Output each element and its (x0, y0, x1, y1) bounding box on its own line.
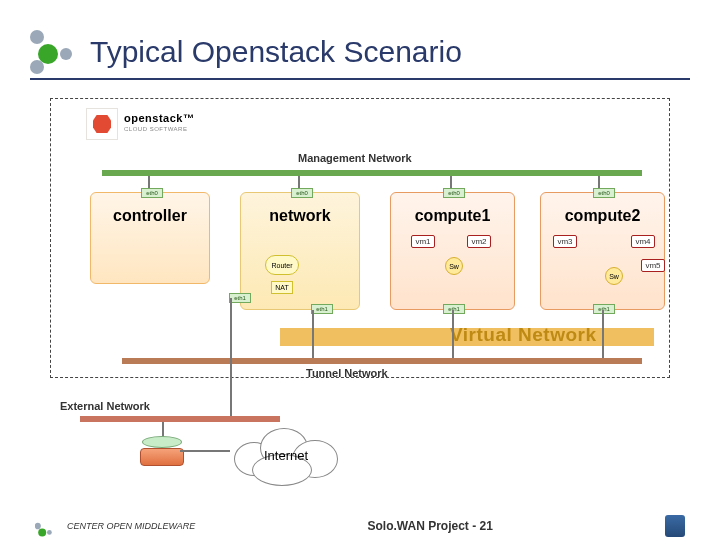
vm4: vm4 (631, 235, 655, 248)
eth0-port: eth0 (291, 188, 313, 198)
vm2: vm2 (467, 235, 491, 248)
molecule-icon (30, 30, 80, 74)
footer-left-text: CENTER OPEN MIDDLEWARE (67, 521, 195, 531)
diagram: openstack™ CLOUD SOFTWARE Management Net… (50, 90, 670, 500)
external-network-label: External Network (60, 400, 150, 412)
management-network-bar (102, 170, 642, 176)
title-bar: Typical Openstack Scenario (30, 30, 690, 80)
eth0-port: eth0 (593, 188, 615, 198)
vm3: vm3 (553, 235, 577, 248)
management-network-label: Management Network (298, 152, 412, 164)
internet-label: Internet (226, 448, 346, 463)
nat-box: NAT (271, 281, 293, 294)
eth1-port: eth1 (311, 304, 333, 314)
upm-badge-icon (665, 515, 685, 537)
virtual-network-label: Virtual Network (450, 324, 597, 346)
openstack-tagline: CLOUD SOFTWARE (124, 124, 194, 135)
eth0-port: eth0 (141, 188, 163, 198)
network-title: network (241, 207, 359, 225)
eth1-port: eth1 (229, 293, 251, 303)
vm1: vm1 (411, 235, 435, 248)
openstack-logo: openstack™ CLOUD SOFTWARE (86, 108, 194, 140)
controller-title: controller (91, 207, 209, 225)
tunnel-network-bar (122, 358, 642, 364)
node-compute2: eth0 compute2 vm3 vm4 vm5 Sw eth1 (540, 192, 665, 310)
footer: CENTER OPEN MIDDLEWARE Solo.WAN Project … (0, 515, 720, 537)
compute1-title: compute1 (391, 207, 514, 225)
virtual-switch: Sw (605, 267, 623, 285)
node-compute1: eth0 compute1 vm1 vm2 Sw eth1 (390, 192, 515, 310)
tunnel-network-label: Tunnel Network (306, 367, 388, 379)
eth0-port: eth0 (443, 188, 465, 198)
openstack-icon (86, 108, 118, 140)
eth1-port: eth1 (443, 304, 465, 314)
molecule-icon (35, 523, 41, 529)
footer-center: Solo.WAN Project - 21 (367, 519, 492, 533)
node-network: eth0 network Router NAT eth1 eth1 (240, 192, 360, 310)
vm5: vm5 (641, 259, 665, 272)
footer-left: CENTER OPEN MIDDLEWARE (35, 518, 195, 534)
page-number: 21 (480, 519, 493, 533)
internet-cloud: Internet (226, 420, 346, 490)
eth1-port: eth1 (593, 304, 615, 314)
page-title: Typical Openstack Scenario (90, 35, 462, 69)
compute2-title: compute2 (541, 207, 664, 225)
physical-router-icon (140, 436, 184, 466)
openstack-name: openstack™ (124, 113, 194, 124)
virtual-router: Router (265, 255, 299, 275)
node-controller: eth0 controller (90, 192, 210, 284)
virtual-switch: Sw (445, 257, 463, 275)
